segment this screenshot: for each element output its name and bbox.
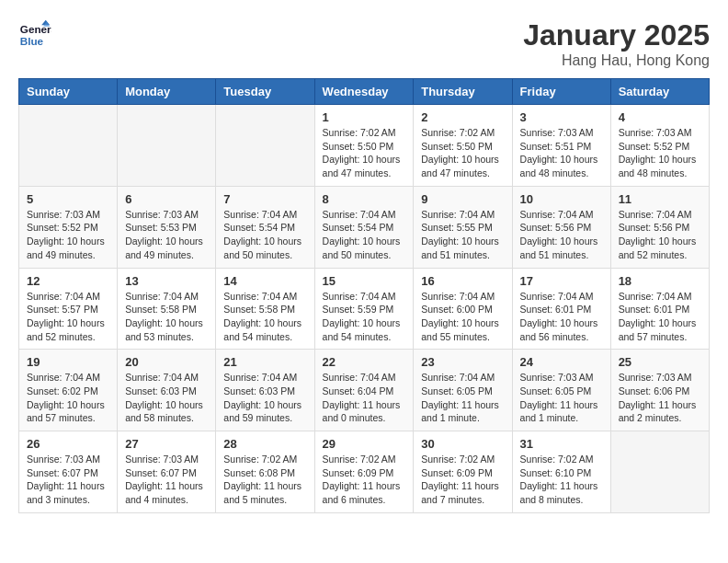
calendar-title: January 2025 — [523, 18, 710, 52]
weekday-header-monday: Monday — [118, 79, 216, 105]
calendar-cell: 26Sunrise: 7:03 AM Sunset: 6:07 PM Dayli… — [19, 431, 118, 513]
calendar-location: Hang Hau, Hong Kong — [523, 52, 710, 69]
calendar-cell: 6Sunrise: 7:03 AM Sunset: 5:53 PM Daylig… — [118, 186, 216, 268]
calendar-cell: 17Sunrise: 7:04 AM Sunset: 6:01 PM Dayli… — [512, 268, 610, 350]
day-info: Sunrise: 7:03 AM Sunset: 5:52 PM Dayligh… — [27, 208, 109, 262]
calendar-cell — [216, 105, 314, 187]
day-number: 25 — [619, 355, 701, 369]
calendar-cell: 12Sunrise: 7:04 AM Sunset: 5:57 PM Dayli… — [19, 268, 118, 350]
calendar-week-row: 1Sunrise: 7:02 AM Sunset: 5:50 PM Daylig… — [19, 105, 710, 187]
calendar-cell: 10Sunrise: 7:04 AM Sunset: 5:56 PM Dayli… — [512, 186, 610, 268]
day-number: 28 — [223, 437, 306, 451]
day-info: Sunrise: 7:02 AM Sunset: 5:50 PM Dayligh… — [421, 126, 504, 180]
calendar-week-row: 19Sunrise: 7:04 AM Sunset: 6:02 PM Dayli… — [19, 350, 710, 431]
day-info: Sunrise: 7:04 AM Sunset: 5:56 PM Dayligh… — [520, 208, 603, 262]
day-info: Sunrise: 7:02 AM Sunset: 6:08 PM Dayligh… — [223, 453, 306, 507]
day-number: 18 — [619, 274, 701, 288]
calendar-cell: 3Sunrise: 7:03 AM Sunset: 5:51 PM Daylig… — [512, 105, 610, 187]
day-info: Sunrise: 7:02 AM Sunset: 6:10 PM Dayligh… — [520, 453, 603, 507]
day-number: 1 — [323, 110, 406, 124]
calendar-cell: 14Sunrise: 7:04 AM Sunset: 5:58 PM Dayli… — [216, 268, 314, 350]
day-info: Sunrise: 7:04 AM Sunset: 5:57 PM Dayligh… — [27, 290, 109, 344]
day-info: Sunrise: 7:02 AM Sunset: 6:09 PM Dayligh… — [323, 453, 406, 507]
weekday-header-tuesday: Tuesday — [216, 79, 314, 105]
day-info: Sunrise: 7:04 AM Sunset: 5:54 PM Dayligh… — [223, 208, 306, 262]
weekday-header-sunday: Sunday — [19, 79, 118, 105]
day-info: Sunrise: 7:03 AM Sunset: 5:51 PM Dayligh… — [520, 126, 603, 180]
calendar-cell: 31Sunrise: 7:02 AM Sunset: 6:10 PM Dayli… — [512, 431, 610, 513]
day-info: Sunrise: 7:04 AM Sunset: 6:02 PM Dayligh… — [27, 371, 109, 425]
calendar-cell — [610, 431, 709, 513]
day-info: Sunrise: 7:04 AM Sunset: 6:03 PM Dayligh… — [223, 371, 306, 425]
day-info: Sunrise: 7:04 AM Sunset: 6:00 PM Dayligh… — [421, 290, 504, 344]
page-header: General Blue January 2025 Hang Hau, Hong… — [18, 18, 710, 69]
day-info: Sunrise: 7:04 AM Sunset: 6:04 PM Dayligh… — [323, 371, 406, 425]
logo-icon: General Blue — [18, 18, 51, 52]
day-number: 5 — [27, 192, 109, 206]
calendar-cell: 4Sunrise: 7:03 AM Sunset: 5:52 PM Daylig… — [610, 105, 709, 187]
day-info: Sunrise: 7:04 AM Sunset: 6:01 PM Dayligh… — [619, 290, 701, 344]
calendar-cell: 27Sunrise: 7:03 AM Sunset: 6:07 PM Dayli… — [118, 431, 216, 513]
calendar-cell: 19Sunrise: 7:04 AM Sunset: 6:02 PM Dayli… — [19, 350, 118, 431]
day-number: 11 — [619, 192, 701, 206]
day-number: 27 — [125, 437, 208, 451]
calendar-cell: 24Sunrise: 7:03 AM Sunset: 6:05 PM Dayli… — [512, 350, 610, 431]
calendar-cell: 5Sunrise: 7:03 AM Sunset: 5:52 PM Daylig… — [19, 186, 118, 268]
calendar-week-row: 12Sunrise: 7:04 AM Sunset: 5:57 PM Dayli… — [19, 268, 710, 350]
day-number: 2 — [421, 110, 504, 124]
day-info: Sunrise: 7:03 AM Sunset: 5:52 PM Dayligh… — [619, 126, 701, 180]
logo: General Blue — [18, 18, 51, 52]
day-info: Sunrise: 7:04 AM Sunset: 5:59 PM Dayligh… — [323, 290, 406, 344]
day-number: 16 — [421, 274, 504, 288]
day-info: Sunrise: 7:04 AM Sunset: 5:54 PM Dayligh… — [323, 208, 406, 262]
day-number: 22 — [323, 355, 406, 369]
day-number: 15 — [323, 274, 406, 288]
day-info: Sunrise: 7:04 AM Sunset: 6:03 PM Dayligh… — [125, 371, 208, 425]
day-info: Sunrise: 7:03 AM Sunset: 6:07 PM Dayligh… — [27, 453, 109, 507]
weekday-header-wednesday: Wednesday — [314, 79, 414, 105]
calendar-cell — [19, 105, 118, 187]
calendar-cell: 23Sunrise: 7:04 AM Sunset: 6:05 PM Dayli… — [414, 350, 512, 431]
calendar-cell: 13Sunrise: 7:04 AM Sunset: 5:58 PM Dayli… — [118, 268, 216, 350]
day-info: Sunrise: 7:04 AM Sunset: 6:05 PM Dayligh… — [421, 371, 504, 425]
day-number: 13 — [125, 274, 208, 288]
title-block: January 2025 Hang Hau, Hong Kong — [523, 18, 710, 69]
calendar-cell: 18Sunrise: 7:04 AM Sunset: 6:01 PM Dayli… — [610, 268, 709, 350]
day-number: 26 — [27, 437, 109, 451]
day-info: Sunrise: 7:04 AM Sunset: 5:55 PM Dayligh… — [421, 208, 504, 262]
weekday-header-thursday: Thursday — [414, 79, 512, 105]
day-number: 30 — [421, 437, 504, 451]
calendar-cell: 29Sunrise: 7:02 AM Sunset: 6:09 PM Dayli… — [314, 431, 414, 513]
day-number: 12 — [27, 274, 109, 288]
calendar-week-row: 5Sunrise: 7:03 AM Sunset: 5:52 PM Daylig… — [19, 186, 710, 268]
calendar-table: SundayMondayTuesdayWednesdayThursdayFrid… — [18, 78, 710, 513]
day-info: Sunrise: 7:03 AM Sunset: 5:53 PM Dayligh… — [125, 208, 208, 262]
calendar-cell: 2Sunrise: 7:02 AM Sunset: 5:50 PM Daylig… — [414, 105, 512, 187]
weekday-header-saturday: Saturday — [610, 79, 709, 105]
day-number: 6 — [125, 192, 208, 206]
day-number: 7 — [223, 192, 306, 206]
weekday-header-row: SundayMondayTuesdayWednesdayThursdayFrid… — [19, 79, 710, 105]
calendar-cell: 7Sunrise: 7:04 AM Sunset: 5:54 PM Daylig… — [216, 186, 314, 268]
day-info: Sunrise: 7:02 AM Sunset: 5:50 PM Dayligh… — [323, 126, 406, 180]
calendar-cell: 25Sunrise: 7:03 AM Sunset: 6:06 PM Dayli… — [610, 350, 709, 431]
day-number: 29 — [323, 437, 406, 451]
day-info: Sunrise: 7:04 AM Sunset: 6:01 PM Dayligh… — [520, 290, 603, 344]
day-number: 24 — [520, 355, 603, 369]
calendar-cell: 15Sunrise: 7:04 AM Sunset: 5:59 PM Dayli… — [314, 268, 414, 350]
day-number: 31 — [520, 437, 603, 451]
day-info: Sunrise: 7:03 AM Sunset: 6:05 PM Dayligh… — [520, 371, 603, 425]
day-number: 3 — [520, 110, 603, 124]
day-number: 19 — [27, 355, 109, 369]
day-info: Sunrise: 7:04 AM Sunset: 5:58 PM Dayligh… — [223, 290, 306, 344]
weekday-header-friday: Friday — [512, 79, 610, 105]
day-info: Sunrise: 7:04 AM Sunset: 5:58 PM Dayligh… — [125, 290, 208, 344]
day-info: Sunrise: 7:04 AM Sunset: 5:56 PM Dayligh… — [619, 208, 701, 262]
day-info: Sunrise: 7:03 AM Sunset: 6:07 PM Dayligh… — [125, 453, 208, 507]
calendar-cell: 8Sunrise: 7:04 AM Sunset: 5:54 PM Daylig… — [314, 186, 414, 268]
calendar-week-row: 26Sunrise: 7:03 AM Sunset: 6:07 PM Dayli… — [19, 431, 710, 513]
day-number: 17 — [520, 274, 603, 288]
calendar-cell: 16Sunrise: 7:04 AM Sunset: 6:00 PM Dayli… — [414, 268, 512, 350]
day-number: 8 — [323, 192, 406, 206]
calendar-cell: 28Sunrise: 7:02 AM Sunset: 6:08 PM Dayli… — [216, 431, 314, 513]
